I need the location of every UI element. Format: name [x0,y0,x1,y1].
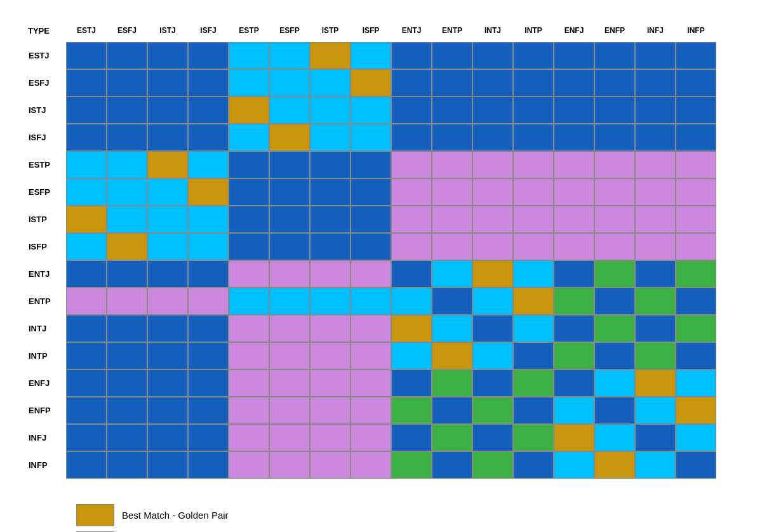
grid-cell [432,178,472,206]
grid-cell [513,260,554,288]
grid-cell [269,288,310,315]
grid-cell [594,178,635,206]
grid-cell [229,315,269,342]
grid-cell [351,69,391,96]
grid-cell [432,424,472,451]
grid-cell [147,369,188,397]
grid-cell [391,42,432,69]
grid-cell [554,260,594,288]
grid-cell [229,206,269,233]
grid-cell [147,124,188,151]
grid-cell [269,96,310,124]
grid-cell [107,124,147,151]
grid-cell [676,315,716,342]
grid-cell [107,315,147,342]
grid-cell [147,315,188,342]
grid-cell [351,315,391,342]
grid-cell [513,397,554,424]
table-row: ESTJ [25,42,716,69]
grid-cell [310,178,351,206]
grid-cell [391,178,432,206]
grid-cell [351,397,391,424]
grid-cell [391,96,432,124]
grid-cell [513,369,554,397]
grid-cell [107,151,147,178]
grid-cell [66,206,107,233]
grid-cell [432,369,472,397]
grid-cell [107,397,147,424]
grid-cell [310,315,351,342]
grid-cell [594,69,635,96]
grid-cell [147,342,188,369]
grid-cell [66,233,107,260]
grid-cell [635,42,676,69]
grid-cell [472,342,513,369]
row-label-intj: INTJ [25,315,66,342]
grid-cell [310,369,351,397]
chart-container: TYPEESTJESFJISTJISFJESTPESFPISTPISFPENTJ… [13,13,749,532]
grid-cell [635,342,676,369]
grid-cell [635,206,676,233]
grid-cell [432,124,472,151]
grid-cell [594,151,635,178]
grid-cell [594,397,635,424]
grid-cell [391,424,432,451]
grid-cell [676,233,716,260]
grid-cell [66,342,107,369]
grid-cell [229,451,269,479]
grid-cell [554,451,594,479]
grid-cell [432,69,472,96]
table-row: INTP [25,342,716,369]
grid-cell [310,260,351,288]
grid-cell [310,96,351,124]
grid-cell [554,369,594,397]
grid-cell [310,42,351,69]
row-label-entp: ENTP [25,288,66,315]
grid-cell [310,342,351,369]
grid-cell [107,260,147,288]
row-label-isfj: ISFJ [25,124,66,151]
grid-cell [269,206,310,233]
grid-cell [513,151,554,178]
grid-cell [310,397,351,424]
grid-cell [188,151,229,178]
grid-cell [513,233,554,260]
grid-cell [269,315,310,342]
grid-cell [635,369,676,397]
grid-cell [676,397,716,424]
grid-cell [269,260,310,288]
grid-cell [513,206,554,233]
grid-cell [513,96,554,124]
grid-cell [513,424,554,451]
grid-cell [188,342,229,369]
col-header-isfp: ISFP [351,19,391,42]
grid-cell [229,260,269,288]
col-header-enfp: ENFP [594,19,635,42]
table-row: ENTP [25,288,716,315]
grid-cell [147,206,188,233]
grid-cell [147,178,188,206]
grid-cell [66,315,107,342]
grid-cell [635,260,676,288]
grid-cell [188,69,229,96]
grid-cell [66,260,107,288]
row-label-infp: INFP [25,451,66,479]
table-row: INTJ [25,315,716,342]
grid-cell [229,288,269,315]
grid-cell [635,424,676,451]
table-row: ISFP [25,233,716,260]
grid-cell [635,315,676,342]
row-label-istj: ISTJ [25,96,66,124]
grid-cell [513,42,554,69]
grid-cell [391,342,432,369]
header-row: TYPEESTJESFJISTJISFJESTPESFPISTPISFPENTJ… [25,19,716,42]
grid-cell [676,96,716,124]
grid-cell [635,451,676,479]
grid-cell [432,397,472,424]
table-row: INFP [25,451,716,479]
col-header-isfj: ISFJ [188,19,229,42]
grid-cell [554,206,594,233]
grid-cell [147,69,188,96]
grid-cell [147,96,188,124]
grid-cell [391,369,432,397]
